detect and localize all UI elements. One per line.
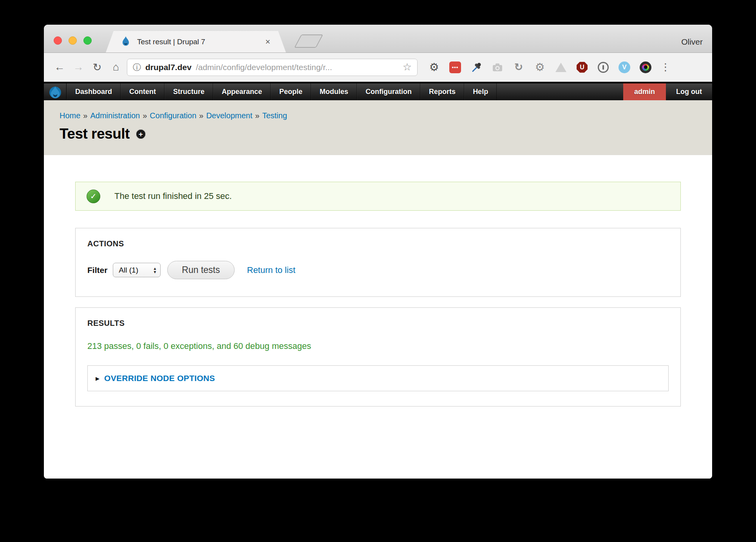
filter-select-value: All (1) bbox=[119, 266, 138, 275]
run-tests-button[interactable]: Run tests bbox=[167, 261, 234, 279]
browser-profile-name[interactable]: Oliver bbox=[681, 37, 703, 47]
breadcrumb-development[interactable]: Development bbox=[206, 111, 252, 120]
tampermonkey-extension-icon[interactable]: ⚙ bbox=[534, 61, 546, 74]
minimize-window-button[interactable] bbox=[69, 36, 77, 45]
tab-title: Test result | Drupal 7 bbox=[137, 38, 259, 46]
page-header: Home»Administration»Configuration»Develo… bbox=[44, 100, 712, 155]
eyedropper-extension-icon[interactable] bbox=[470, 61, 483, 74]
drupal-logo-icon[interactable] bbox=[44, 83, 67, 100]
results-summary: 213 passes, 0 fails, 0 exceptions, and 6… bbox=[87, 341, 669, 351]
status-ok-icon: ✓ bbox=[87, 190, 100, 203]
toolbar-item-appearance[interactable]: Appearance bbox=[213, 83, 271, 100]
toolbar-item-configuration[interactable]: Configuration bbox=[357, 83, 420, 100]
extension-row: ⚙ ••• ↻ ⚙ U V bbox=[428, 61, 652, 74]
override-node-options-fieldset[interactable]: ▶ OVERRIDE NODE OPTIONS bbox=[87, 365, 669, 391]
url-path: /admin/config/development/testing/r... bbox=[196, 63, 332, 72]
results-legend: RESULTS bbox=[87, 319, 669, 328]
browser-window: Test result | Drupal 7 × Oliver ← → ↻ ⌂ … bbox=[44, 25, 712, 479]
site-info-icon[interactable]: ⓘ bbox=[133, 62, 141, 73]
toolbar-user-admin[interactable]: admin bbox=[623, 83, 666, 100]
page-monitor-extension-icon[interactable]: ↻ bbox=[512, 61, 525, 74]
bookmark-star-icon[interactable]: ☆ bbox=[403, 61, 412, 73]
return-to-list-link[interactable]: Return to list bbox=[247, 265, 296, 275]
toolbar-spacer bbox=[497, 83, 623, 100]
ublock-extension-icon[interactable]: U bbox=[576, 61, 588, 74]
results-fieldset: RESULTS 213 passes, 0 fails, 0 exception… bbox=[75, 307, 681, 406]
collapse-arrow-icon: ▶ bbox=[96, 376, 99, 381]
camera-lens-extension-icon[interactable] bbox=[639, 61, 652, 74]
breadcrumb-separator: » bbox=[255, 111, 259, 120]
breadcrumb-testing[interactable]: Testing bbox=[262, 111, 287, 120]
drupal-admin-toolbar: Dashboard Content Structure Appearance P… bbox=[44, 82, 712, 100]
close-tab-icon[interactable]: × bbox=[265, 37, 270, 47]
status-text: The test run finished in 25 sec. bbox=[114, 191, 232, 201]
toolbar-item-content[interactable]: Content bbox=[121, 83, 165, 100]
vimeo-extension-icon[interactable]: V bbox=[618, 61, 631, 74]
page-title: Test result bbox=[60, 126, 130, 142]
toolbar-item-structure[interactable]: Structure bbox=[165, 83, 213, 100]
actions-fieldset: ACTIONS Filter All (1) ▲ ▼ Run tests Ret… bbox=[75, 228, 681, 297]
breadcrumb: Home»Administration»Configuration»Develo… bbox=[60, 111, 696, 120]
add-shortcut-icon[interactable]: + bbox=[136, 129, 146, 139]
google-drive-extension-icon[interactable] bbox=[555, 61, 567, 74]
settings-gear-extension-icon[interactable]: ⚙ bbox=[428, 61, 440, 74]
page-content: ✓ The test run finished in 25 sec. ACTIO… bbox=[44, 155, 712, 479]
breadcrumb-configuration[interactable]: Configuration bbox=[150, 111, 196, 120]
home-icon[interactable]: ⌂ bbox=[108, 61, 124, 73]
filter-label: Filter bbox=[87, 266, 107, 275]
forward-icon[interactable]: → bbox=[71, 61, 86, 73]
active-tab[interactable]: Test result | Drupal 7 × bbox=[106, 31, 286, 52]
override-node-options-link[interactable]: OVERRIDE NODE OPTIONS bbox=[104, 374, 215, 383]
breadcrumb-administration[interactable]: Administration bbox=[90, 111, 140, 120]
zoom-window-button[interactable] bbox=[83, 36, 92, 45]
toolbar-item-reports[interactable]: Reports bbox=[420, 83, 464, 100]
drupal-favicon-icon bbox=[121, 36, 131, 48]
lastpass-extension-icon[interactable]: ••• bbox=[449, 61, 461, 74]
url-host: drupal7.dev bbox=[145, 63, 192, 72]
onepassword-extension-icon[interactable] bbox=[597, 61, 610, 74]
camera-extension-icon[interactable] bbox=[491, 61, 504, 74]
breadcrumb-home[interactable]: Home bbox=[60, 111, 80, 120]
reload-icon[interactable]: ↻ bbox=[89, 61, 105, 74]
breadcrumb-separator: » bbox=[199, 111, 203, 120]
toolbar-item-people[interactable]: People bbox=[271, 83, 311, 100]
toolbar-item-help[interactable]: Help bbox=[464, 83, 497, 100]
address-bar[interactable]: ⓘ drupal7.dev /admin/config/development/… bbox=[127, 59, 418, 76]
tab-strip: Test result | Drupal 7 × Oliver bbox=[44, 25, 712, 53]
window-controls bbox=[54, 36, 92, 45]
toolbar-item-modules[interactable]: Modules bbox=[311, 83, 357, 100]
select-arrows-icon: ▲ ▼ bbox=[153, 267, 157, 274]
back-icon[interactable]: ← bbox=[52, 61, 67, 73]
status-message: ✓ The test run finished in 25 sec. bbox=[75, 182, 681, 211]
filter-select[interactable]: All (1) ▲ ▼ bbox=[113, 263, 161, 277]
toolbar-item-dashboard[interactable]: Dashboard bbox=[67, 83, 121, 100]
breadcrumb-separator: » bbox=[143, 111, 147, 120]
toolbar-logout[interactable]: Log out bbox=[666, 83, 712, 100]
close-window-button[interactable] bbox=[54, 36, 62, 45]
new-tab-button[interactable] bbox=[294, 34, 323, 48]
breadcrumb-separator: » bbox=[83, 111, 87, 120]
desktop-background: Test result | Drupal 7 × Oliver ← → ↻ ⌂ … bbox=[0, 0, 756, 542]
chrome-menu-icon[interactable]: ⋮ bbox=[660, 61, 671, 73]
browser-navbar: ← → ↻ ⌂ ⓘ drupal7.dev /admin/config/deve… bbox=[44, 53, 712, 82]
actions-legend: ACTIONS bbox=[87, 239, 669, 248]
